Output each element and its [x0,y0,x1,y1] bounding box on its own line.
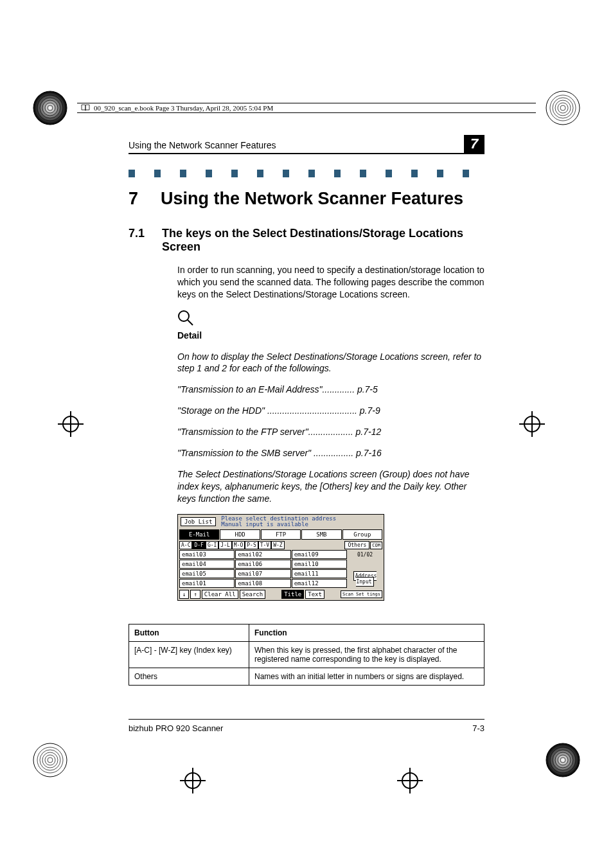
svg-point-2 [40,98,60,118]
panel-message: Please select destination addressManual … [221,516,336,528]
page-up-button[interactable]: ↑ [190,590,200,599]
index-key-mo[interactable]: M-O [232,541,245,549]
svg-point-30 [185,773,200,788]
svg-point-16 [45,755,55,765]
register-mark-tl [32,90,68,126]
svg-point-3 [42,100,58,116]
page-footer: bizhub PRO 920 Scanner 7-3 [129,719,484,733]
chapter-heading: 7 Using the Network Scanner Features [129,189,484,209]
detail-icon [177,310,484,328]
note-paragraph: The Select Destinations/Storage Location… [177,468,484,505]
crosshair-bl [180,768,216,804]
svg-point-4 [45,103,55,113]
decorative-gradient-bar [129,170,484,177]
ref-line-4: "Transmission to the SMB server" .......… [177,447,484,459]
chapter-tab: 7 [464,135,484,153]
file-header: 00_920_scan_e.book Page 3 Thursday, Apri… [77,103,536,113]
destination-tabs: E-Mail HDD FTP SMB Group [178,529,384,540]
tab-hdd[interactable]: HDD [220,529,260,540]
others-key[interactable]: Others [344,541,369,549]
key-function-table: Button Function [A-C] - [W-Z] key (Index… [129,624,484,686]
tab-email[interactable]: E-Mail [179,529,219,540]
detail-text: On how to display the Select Destination… [177,351,484,375]
svg-point-9 [555,100,571,116]
index-key-wz[interactable]: W-Z [271,541,284,549]
svg-point-17 [48,757,53,763]
index-key-ps[interactable]: P-S [245,541,258,549]
search-button[interactable]: Search [240,590,266,599]
dest-entry[interactable]: email11 [292,569,347,578]
svg-line-37 [188,320,193,325]
tab-group[interactable]: Group [342,529,382,540]
dest-entry[interactable]: email12 [292,579,347,588]
svg-point-22 [558,755,568,765]
tab-smb[interactable]: SMB [301,529,341,540]
svg-point-12 [33,743,67,777]
index-key-ac[interactable]: A-C [179,541,192,549]
index-key-df[interactable]: D-F [192,541,205,549]
svg-point-33 [402,773,418,788]
cell-function: Names with an initial letter in numbers … [249,668,484,686]
svg-point-36 [179,311,189,321]
svg-point-19 [550,747,576,773]
svg-point-1 [37,95,63,121]
svg-point-27 [524,416,540,432]
dest-entry[interactable]: email10 [292,560,347,569]
table-row: Others Names with an initial letter in n… [129,668,484,686]
th-function: Function [249,624,484,642]
running-head-title: Using the Network Scanner Features [129,140,276,150]
job-list-button[interactable]: Job List [181,517,216,526]
index-key-tv[interactable]: T-V [258,541,271,549]
dest-entry[interactable]: email08 [235,579,290,588]
svg-point-0 [33,91,67,125]
svg-point-20 [553,750,573,770]
crosshair-br [397,768,433,804]
text-toggle[interactable]: Text [305,590,324,599]
title-toggle[interactable]: Title [281,590,304,599]
table-row: [A-C] - [W-Z] key (Index key) When this … [129,642,484,668]
dest-entry[interactable]: email06 [235,560,290,569]
dest-entry[interactable]: email07 [235,569,290,578]
svg-point-6 [546,91,580,125]
section-heading: 7.1 The keys on the Select Destinations/… [129,227,484,254]
index-key-jl[interactable]: J-L [218,541,231,549]
svg-point-10 [558,103,568,113]
th-button: Button [129,624,249,642]
book-icon [81,104,90,112]
svg-point-23 [560,757,565,763]
dest-entry[interactable]: email03 [179,550,235,559]
running-head: Using the Network Scanner Features 7 [129,135,484,154]
svg-point-8 [553,98,573,118]
index-key-gi[interactable]: G-I [206,541,218,549]
svg-point-13 [37,747,63,773]
section-number: 7.1 [129,227,147,254]
footer-page-number: 7-3 [472,723,484,733]
page-indicator: 01/02 [348,552,382,558]
dest-entry[interactable]: email05 [179,569,235,578]
ref-line-3: "Transmission to the FTP server"........… [177,426,484,438]
dest-entry[interactable]: email01 [179,579,235,588]
index-keys: A-C D-F G-I J-L M-O P-S T-V W-Z Others C… [178,540,384,549]
cell-function: When this key is pressed, the first alph… [249,642,484,668]
dest-entry[interactable]: email09 [292,550,347,559]
chapter-title: Using the Network Scanner Features [161,189,463,209]
clear-all-button[interactable]: Clear All [202,590,238,599]
com-key[interactable]: COM [370,542,382,549]
scan-settings-button[interactable]: Scan Set tings [341,590,382,598]
dest-entry[interactable]: email02 [235,550,290,559]
cell-button: [A-C] - [W-Z] key (Index key) [129,642,249,668]
file-header-text: 00_920_scan_e.book Page 3 Thursday, Apri… [94,104,273,112]
svg-point-24 [63,416,78,432]
address-input-button[interactable]: Address Input [353,571,377,587]
tab-ftp[interactable]: FTP [261,529,301,540]
intro-paragraph: In order to run scanning, you need to sp… [177,264,484,301]
page-down-button[interactable]: ↓ [179,590,189,599]
section-title: The keys on the Select Destinations/Stor… [162,227,484,254]
svg-point-15 [42,752,58,768]
svg-point-5 [48,105,53,111]
chapter-number: 7 [129,189,141,209]
crosshair-left [58,411,94,447]
svg-point-7 [550,95,576,121]
cell-button: Others [129,668,249,686]
dest-entry[interactable]: email04 [179,560,235,569]
